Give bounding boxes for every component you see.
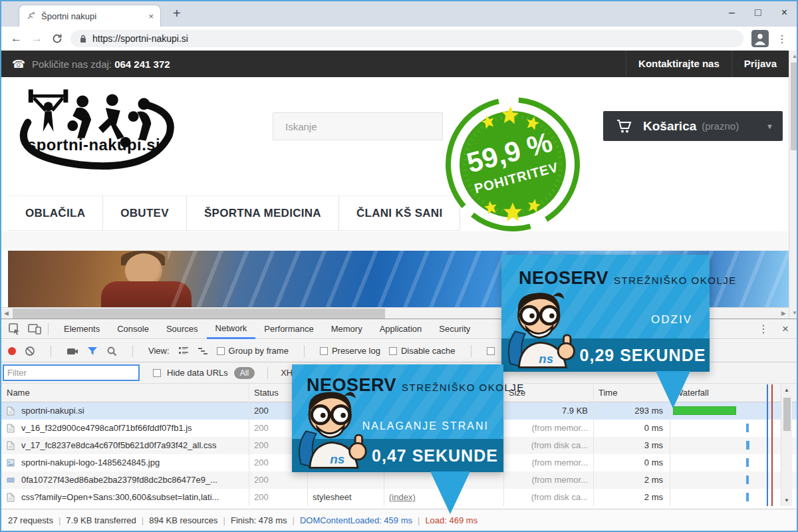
waterfall-tick [746, 475, 749, 484]
tab-performance[interactable]: Performance [255, 319, 322, 339]
record-icon[interactable] [8, 347, 16, 355]
vertical-scrollbar[interactable]: ▲ ▼ [789, 51, 798, 319]
table-row[interactable]: 0fa10727f43ed86abe2ba2379fd8dc2bc86477e9… [1, 471, 797, 489]
checkbox-icon[interactable] [320, 347, 328, 355]
browser-menu-icon[interactable]: ⋮ [777, 33, 787, 45]
scroll-up-icon[interactable]: ▲ [784, 387, 789, 393]
tab-title: Športni nakupi [41, 11, 143, 21]
waterfall-tick [746, 458, 749, 467]
nav-item-sportna-medicina[interactable]: ŠPORTNA MEDICINA [186, 196, 338, 230]
filter-input[interactable] [3, 364, 140, 381]
tab-network[interactable]: Network [207, 319, 256, 339]
col-time[interactable]: Time [598, 384, 617, 402]
offline-checkbox[interactable] [487, 347, 495, 355]
table-scroll-thumb[interactable] [783, 398, 791, 431]
inspect-element-icon[interactable] [9, 323, 21, 335]
waterfall-tick [746, 493, 749, 501]
devtools-menu-icon[interactable]: ⋮ [758, 323, 769, 335]
phone-number: 064 241 372 [114, 59, 170, 70]
view-label: View: [148, 346, 170, 356]
forward-button[interactable]: → [31, 32, 43, 45]
initiator-link[interactable]: (index) [389, 489, 416, 506]
response-value: 0,29 SEKUNDE [576, 338, 710, 372]
pageload-value: 0,47 SEKUNDE [366, 439, 503, 472]
nav-item-oblacila[interactable]: OBLAČILA [8, 196, 102, 230]
vscroll-thumb[interactable] [791, 63, 798, 150]
cart-button[interactable]: Košarica (prazno) ▼ [603, 111, 783, 141]
pageload-metric-label: NALAGANJE STRANI [362, 420, 489, 432]
filter-icon[interactable] [87, 346, 98, 356]
callout-tail [430, 471, 470, 514]
device-toolbar-icon[interactable] [28, 324, 41, 334]
url-field[interactable]: https://sportni-nakupi.si [70, 30, 743, 47]
checkbox-icon[interactable] [487, 347, 495, 355]
tab-elements[interactable]: Elements [55, 319, 108, 339]
scroll-down-icon[interactable]: ▼ [784, 497, 789, 503]
lock-icon [80, 35, 86, 43]
scroll-left-icon[interactable]: ◀ [4, 310, 9, 317]
disable-cache-checkbox[interactable]: Disable cache [389, 346, 456, 356]
col-status[interactable]: Status [254, 384, 279, 402]
waterfall-tick [746, 424, 749, 432]
hscroll-thumb[interactable] [13, 309, 385, 319]
tab-sources[interactable]: Sources [158, 319, 207, 339]
kb-resources: 894 KB resources [136, 515, 218, 525]
site-topbar: ☎ Pokličite nas zdaj: 064 241 372 Kontak… [1, 51, 789, 77]
search-input[interactable] [273, 113, 442, 140]
dcl-event-line [767, 384, 768, 506]
image-icon [7, 475, 15, 485]
large-rows-icon[interactable] [178, 346, 189, 356]
checkbox-icon[interactable] [217, 347, 225, 355]
nav-item-obutev[interactable]: OBUTEV [102, 196, 186, 230]
load-event-line [771, 384, 773, 506]
tab-console[interactable]: Console [108, 319, 158, 339]
search-icon[interactable] [106, 346, 117, 356]
clear-icon[interactable] [25, 346, 35, 356]
overview-icon[interactable] [198, 346, 208, 356]
screenshot-icon[interactable] [66, 346, 78, 356]
table-scrollbar[interactable]: ▲ ▼ [781, 384, 792, 506]
call-us-text: Pokličite nas zdaj: 064 241 372 [32, 59, 170, 70]
back-button[interactable]: ← [11, 32, 22, 45]
tab-close-icon[interactable]: × [148, 11, 154, 21]
scroll-down-icon[interactable]: ▼ [792, 310, 797, 316]
cart-label: Košarica [643, 119, 696, 134]
filter-all-pill[interactable]: All [234, 367, 255, 379]
new-tab-button[interactable]: + [173, 6, 181, 21]
column-divider[interactable] [593, 384, 594, 506]
scroll-up-icon[interactable]: ▲ [792, 53, 797, 59]
profile-icon[interactable] [751, 30, 769, 47]
search-box [273, 112, 443, 140]
reload-button[interactable] [52, 33, 63, 44]
kb-transferred: 7.9 KB transferred [53, 515, 136, 525]
waterfall-tick [746, 441, 749, 450]
contact-link[interactable]: Kontaktirajte nas [626, 51, 732, 77]
tab-application[interactable]: Application [371, 319, 431, 339]
table-row[interactable]: css?family=Open+Sans:300,600&subset=lati… [1, 489, 797, 506]
browser-tab[interactable]: Športni nakupi × [19, 5, 161, 27]
group-by-frame-checkbox[interactable]: Group by frame [217, 346, 289, 356]
url-text: https://sportni-nakupi.si [92, 33, 188, 44]
devtools-close-icon[interactable]: × [782, 323, 789, 336]
preserve-log-checkbox[interactable]: Preserve log [320, 346, 380, 356]
col-name[interactable]: Name [7, 384, 30, 402]
column-divider[interactable] [503, 384, 504, 506]
tab-memory[interactable]: Memory [323, 319, 371, 339]
cart-state: (prazno) [702, 120, 739, 132]
cart-icon [616, 119, 632, 134]
scroll-right-icon[interactable]: ▶ [781, 310, 786, 317]
requests-count: 27 requests [8, 515, 53, 525]
finish-time: Finish: 478 ms [218, 515, 287, 525]
document-icon [7, 424, 15, 433]
checkbox-icon[interactable] [389, 347, 397, 355]
site-logo[interactable]: sportni-nakupi.si [13, 81, 178, 174]
tab-security[interactable]: Security [430, 319, 479, 339]
logo-text: sportni-nakupi.si [27, 136, 160, 154]
load-time: Load: 469 ms [412, 515, 477, 525]
window-minimize-button[interactable]: – [729, 7, 735, 19]
window-maximize-button[interactable]: □ [755, 7, 761, 19]
window-close-button[interactable]: × [781, 7, 787, 19]
login-link[interactable]: Prijava [732, 51, 789, 77]
hide-data-urls-checkbox[interactable] [153, 369, 161, 377]
column-divider[interactable] [249, 384, 249, 506]
